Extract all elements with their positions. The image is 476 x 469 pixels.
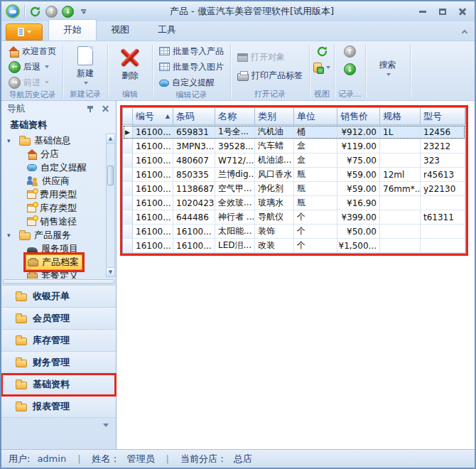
table-row[interactable]: 16100...644486神行者 ...导航仪个¥399.00t61311 [123, 210, 465, 225]
cell [380, 139, 421, 153]
column-header-2[interactable]: 条码 [173, 108, 215, 125]
folder-icon [16, 404, 27, 411]
minimize-button[interactable] [418, 7, 428, 16]
next-record-icon[interactable] [344, 63, 356, 75]
cell: 汽车蜡 [255, 139, 294, 153]
tree-item[interactable]: 供应商 [1, 174, 116, 188]
new-button[interactable]: 新建 [67, 44, 104, 89]
scroll-up-icon[interactable]: ▲ [107, 134, 114, 144]
ribbon: 欢迎首页 后退 前进 导航历史记录 新建 [1, 41, 475, 101]
pin-icon[interactable] [87, 105, 94, 113]
cell: r45613 [421, 168, 465, 182]
table-row[interactable]: 16100...16100...太阳能...装饰个¥50.00 [123, 225, 465, 239]
cell [380, 210, 421, 225]
scrollbar-thumb[interactable] [107, 166, 114, 185]
close-panel-icon[interactable] [102, 105, 110, 112]
delete-x-icon [120, 48, 140, 68]
open-object-button[interactable]: 打开对象 [234, 50, 305, 65]
previous-record-icon[interactable] [344, 45, 356, 58]
header-corner-cell [123, 108, 133, 125]
table-row[interactable]: 16100...3MPN3...39528...汽车蜡盒¥119.0023212 [123, 139, 465, 153]
refresh-view-icon[interactable] [316, 45, 328, 58]
tree-item[interactable]: 销售途径 [1, 215, 116, 228]
cell: 个 [294, 239, 337, 253]
tree-item[interactable]: 库存类型 [1, 201, 116, 215]
cell: 323 [421, 153, 465, 168]
tree-item[interactable]: 费用类型 [1, 188, 116, 201]
forward-button[interactable]: 前进 [6, 75, 59, 90]
custom-reminder-button[interactable]: 自定义提醒 [156, 75, 227, 90]
layout-options-button[interactable] [313, 63, 330, 72]
table-row[interactable]: ▶16100...6598311号全...汽机油桶¥912.001L12456 [123, 125, 465, 139]
down-arrow-icon[interactable] [62, 6, 74, 18]
batch-import-products-button[interactable]: 批量导入产品 [156, 44, 227, 58]
tree-item[interactable]: 产品档案 [1, 255, 116, 269]
cell [380, 196, 421, 210]
search-button[interactable]: 搜索 [369, 44, 406, 89]
column-header-5[interactable]: 单位 [294, 108, 337, 125]
row-indicator-cell [123, 210, 133, 225]
chat-icon [27, 164, 37, 171]
cell: 16100... [133, 125, 173, 139]
tab-start[interactable]: 开始 [48, 19, 97, 41]
table-row[interactable]: 16100...480607W712/...机油滤...盒¥75.00323 [123, 153, 465, 168]
close-button[interactable] [458, 7, 467, 16]
tree-item[interactable]: 服务项目 [1, 242, 116, 255]
cell: W712/... [215, 153, 255, 168]
delete-button[interactable]: 删除 [112, 44, 148, 89]
tab-tools[interactable]: 工具 [144, 20, 190, 41]
application-menu-button[interactable] [6, 23, 43, 41]
group-label: 打开记录 [234, 89, 305, 100]
table-row[interactable]: 16100...1138687空气甲...净化剂瓶¥59.0076mm*...y… [123, 182, 465, 196]
column-header-3[interactable]: 名称 [215, 108, 255, 125]
scroll-down-icon[interactable]: ▼ [107, 267, 114, 276]
sidebar-group-1[interactable]: 收银开单 [1, 286, 116, 308]
column-header-8[interactable]: 型号 [421, 108, 465, 125]
tab-view[interactable]: 视图 [97, 20, 144, 41]
sort-ascending-icon [163, 113, 170, 119]
cell: 改装 [255, 239, 294, 253]
window-object-icon [237, 53, 248, 62]
sidebar-group-2[interactable]: 会员管理 [1, 308, 116, 330]
sidebar-group-5[interactable]: 基础资料 [1, 374, 116, 396]
sidebar-splitter[interactable] [3, 279, 114, 284]
column-header-4[interactable]: 类别 [255, 108, 294, 125]
sidebar-group-3[interactable]: 库存管理 [1, 330, 116, 352]
restore-button[interactable] [438, 7, 448, 16]
column-header-1[interactable]: 编号 [133, 108, 173, 125]
cell: 850335 [173, 168, 215, 182]
sidebar-group-4[interactable]: 财务管理 [1, 352, 116, 374]
archive-icon [27, 273, 38, 279]
cell: 3MPN3... [173, 139, 215, 153]
back-button[interactable]: 后退 [6, 60, 59, 74]
cell: 1L [380, 125, 421, 139]
column-header-6[interactable]: 销售价 [337, 108, 380, 125]
welcome-home-button[interactable]: 欢迎首页 [6, 44, 59, 58]
tree-item[interactable]: 产品服务 [1, 228, 116, 242]
tree-item[interactable]: 套餐定义 [1, 269, 116, 279]
cell: 16100... [173, 225, 215, 239]
collapse-ribbon-button[interactable] [458, 25, 472, 38]
up-arrow-icon[interactable] [45, 6, 58, 18]
batch-import-images-button[interactable]: 批量导入图片 [156, 60, 227, 74]
tree-item[interactable]: 基础信息 [1, 134, 116, 147]
group-label: 编辑 [112, 89, 148, 100]
tree-scrollbar[interactable]: ▲ ▼ [106, 134, 115, 277]
table-row[interactable]: 16100...850335兰博dig...风口香水瓶¥59.0012mlr45… [123, 168, 465, 182]
cell: 瓶 [294, 182, 337, 196]
cell: 玻璃水 [255, 196, 294, 210]
cell: ¥119.00 [337, 139, 380, 153]
qat-customize-icon[interactable] [81, 9, 86, 14]
folder-icon [16, 293, 27, 301]
configure-buttons-icon[interactable] [103, 424, 109, 427]
refresh-icon[interactable] [29, 6, 41, 18]
table-row[interactable]: 16100...16100...LED泪...改装个¥1,500... [123, 239, 465, 253]
divider [24, 5, 25, 18]
table-row[interactable]: 16100...1020423全效玻...玻璃水瓶¥16.90 [123, 196, 465, 210]
tree-item[interactable]: 分店 [1, 147, 116, 161]
column-header-7[interactable]: 规格 [380, 108, 421, 125]
print-product-label-button[interactable]: 打印产品标签 [234, 69, 305, 83]
cell: 16100... [133, 153, 173, 168]
sidebar-group-6[interactable]: 报表管理 [1, 396, 116, 418]
tree-item[interactable]: 自定义提醒 [1, 161, 116, 174]
